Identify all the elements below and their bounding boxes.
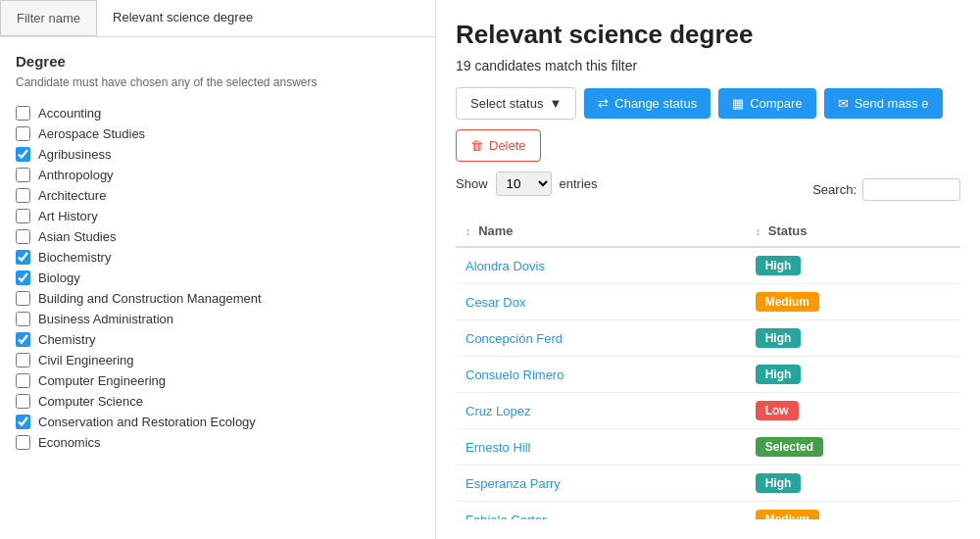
degree-checkbox[interactable] xyxy=(16,209,30,223)
degree-item[interactable]: Agribusiness xyxy=(16,144,419,165)
select-status-button[interactable]: Select status ▼ xyxy=(456,87,576,120)
degree-label: Aerospace Studies xyxy=(38,126,145,141)
candidate-name-cell: Consuelo Rimero xyxy=(456,357,746,393)
degree-item[interactable]: Chemistry xyxy=(16,329,419,350)
degree-label: Accounting xyxy=(38,106,101,121)
filter-value-tab[interactable]: Relevant science degree xyxy=(97,0,435,36)
degree-label: Conservation and Restoration Ecology xyxy=(38,415,256,429)
degree-checkbox[interactable] xyxy=(16,168,30,182)
table-row: Alondra DovisHigh xyxy=(456,247,960,284)
compare-button[interactable]: ▦ Compare xyxy=(718,88,815,119)
degree-item[interactable]: Anthropology xyxy=(16,165,419,185)
candidate-name-link[interactable]: Concepción Ferd xyxy=(466,331,563,346)
degree-checkbox[interactable] xyxy=(16,250,30,265)
select-status-label: Select status xyxy=(470,96,543,111)
sort-status-icon: ↕ xyxy=(756,225,761,237)
filter-subtitle: Candidate must have chosen any of the se… xyxy=(16,75,419,89)
status-badge: High xyxy=(756,328,802,348)
degree-checkbox[interactable] xyxy=(16,270,30,285)
candidate-name-link[interactable]: Ernesto Hill xyxy=(466,440,530,455)
show-row: Show 10 25 50 100 entries xyxy=(456,172,598,196)
candidate-status-cell: Low xyxy=(746,393,960,429)
filter-title: Degree xyxy=(16,53,419,70)
candidate-status-cell: Medium xyxy=(746,284,960,320)
degree-checkbox[interactable] xyxy=(16,332,30,347)
candidates-count: 19 candidates match this filter xyxy=(456,58,960,74)
degree-item[interactable]: Economics xyxy=(16,432,419,453)
degree-item[interactable]: Architecture xyxy=(16,185,419,206)
status-badge: High xyxy=(756,256,802,275)
status-badge: Low xyxy=(756,401,799,420)
candidate-name-link[interactable]: Cruz Lopez xyxy=(466,404,530,418)
degree-label: Anthropology xyxy=(38,168,114,182)
degree-label: Chemistry xyxy=(38,332,96,347)
degree-label: Biology xyxy=(38,270,80,285)
degree-item[interactable]: Civil Engineering xyxy=(16,350,419,370)
status-badge: Selected xyxy=(756,437,823,457)
send-mass-icon: ✉ xyxy=(838,96,849,111)
change-status-label: Change status xyxy=(614,96,697,111)
candidate-name-cell: Fabiola Carter xyxy=(456,502,746,520)
compare-icon: ▦ xyxy=(732,96,744,111)
degree-checkbox[interactable] xyxy=(16,353,30,368)
search-input[interactable] xyxy=(862,178,960,201)
send-mass-button[interactable]: ✉ Send mass e xyxy=(824,88,943,119)
candidate-name-cell: Ernesto Hill xyxy=(456,429,746,466)
degree-label: Architecture xyxy=(38,188,106,203)
degree-list: AccountingAerospace StudiesAgribusinessA… xyxy=(16,103,419,453)
degree-checkbox[interactable] xyxy=(16,435,30,450)
degree-item[interactable]: Biology xyxy=(16,268,419,288)
degree-checkbox[interactable] xyxy=(16,312,30,326)
candidates-tbody: Alondra DovisHighCesar DoxMediumConcepci… xyxy=(456,247,960,519)
entries-label: entries xyxy=(560,176,598,191)
delete-label: Delete xyxy=(489,138,526,153)
entries-select[interactable]: 10 25 50 100 xyxy=(496,172,552,196)
degree-item[interactable]: Conservation and Restoration Ecology xyxy=(16,412,419,432)
degree-checkbox[interactable] xyxy=(16,106,30,121)
candidate-name-link[interactable]: Consuelo Rimero xyxy=(466,368,564,382)
degree-checkbox[interactable] xyxy=(16,229,30,244)
degree-checkbox[interactable] xyxy=(16,291,30,306)
change-status-button[interactable]: ⇄ Change status xyxy=(584,88,710,119)
candidate-name-link[interactable]: Esperanza Parry xyxy=(466,476,561,491)
degree-label: Building and Construction Management xyxy=(38,291,262,306)
degree-label: Computer Science xyxy=(38,394,143,409)
degree-checkbox[interactable] xyxy=(16,188,30,203)
degree-checkbox[interactable] xyxy=(16,415,30,429)
degree-item[interactable]: Biochemistry xyxy=(16,247,419,268)
degree-item[interactable]: Building and Construction Management xyxy=(16,288,419,309)
degree-item[interactable]: Accounting xyxy=(16,103,419,123)
candidate-status-cell: Medium xyxy=(746,502,960,520)
degree-checkbox[interactable] xyxy=(16,147,30,162)
delete-icon: 🗑 xyxy=(470,138,483,153)
degree-checkbox[interactable] xyxy=(16,126,30,141)
filter-name-tab[interactable]: Filter name xyxy=(0,0,97,36)
candidate-name-link[interactable]: Cesar Dox xyxy=(466,295,525,310)
status-badge: Medium xyxy=(756,510,819,519)
candidate-name-link[interactable]: Fabiola Carter xyxy=(466,513,546,520)
table-row: Cesar DoxMedium xyxy=(456,284,960,320)
candidate-name-link[interactable]: Alondra Dovis xyxy=(466,259,545,273)
degree-item[interactable]: Art History xyxy=(16,206,419,226)
candidate-name-cell: Alondra Dovis xyxy=(456,247,746,284)
degree-label: Civil Engineering xyxy=(38,353,134,368)
show-search-container: Show 10 25 50 100 entries Search: xyxy=(456,172,960,208)
degree-label: Asian Studies xyxy=(38,229,117,244)
degree-item[interactable]: Computer Engineering xyxy=(16,370,419,391)
degree-checkbox[interactable] xyxy=(16,373,30,388)
candidate-name-cell: Concepción Ferd xyxy=(456,320,746,357)
toolbar: Select status ▼ ⇄ Change status ▦ Compar… xyxy=(456,87,960,120)
send-mass-label: Send mass e xyxy=(855,96,929,111)
candidate-name-cell: Cesar Dox xyxy=(456,284,746,320)
col-name-header[interactable]: ↕ Name xyxy=(456,216,746,247)
degree-item[interactable]: Computer Science xyxy=(16,391,419,412)
degree-item[interactable]: Asian Studies xyxy=(16,226,419,247)
col-status-header[interactable]: ↕ Status xyxy=(746,216,960,247)
degree-item[interactable]: Aerospace Studies xyxy=(16,123,419,144)
degree-checkbox[interactable] xyxy=(16,394,30,409)
degree-item[interactable]: Business Administration xyxy=(16,309,419,329)
table-row: Consuelo RimeroHigh xyxy=(456,357,960,393)
delete-button[interactable]: 🗑 Delete xyxy=(456,129,541,162)
candidate-status-cell: High xyxy=(746,247,960,284)
status-badge: High xyxy=(756,473,802,493)
